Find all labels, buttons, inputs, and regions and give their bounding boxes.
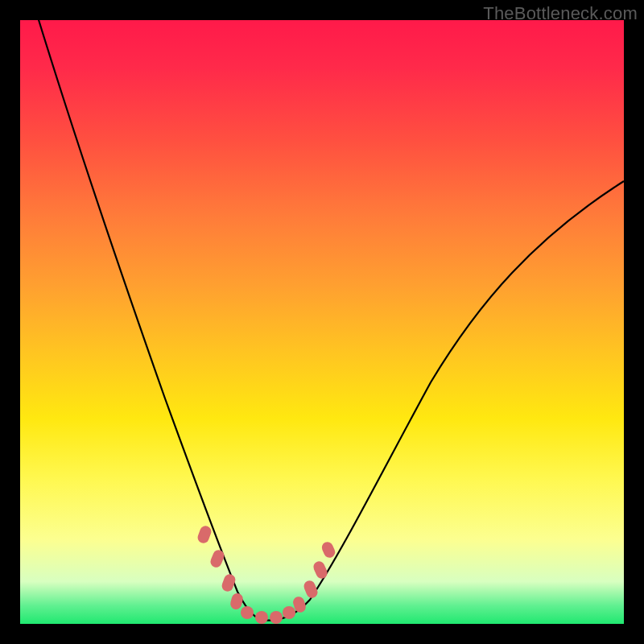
svg-rect-5 [255,611,268,624]
svg-rect-4 [241,606,254,619]
svg-rect-2 [221,572,237,592]
svg-rect-1 [208,548,225,569]
svg-rect-11 [320,540,337,559]
svg-rect-6 [270,611,283,624]
svg-rect-0 [196,524,213,544]
curve-overlay [20,20,624,624]
svg-rect-3 [229,592,245,611]
svg-rect-9 [302,579,319,600]
bottleneck-curve-line [36,12,624,621]
svg-rect-7 [283,606,295,619]
svg-rect-10 [312,559,329,580]
